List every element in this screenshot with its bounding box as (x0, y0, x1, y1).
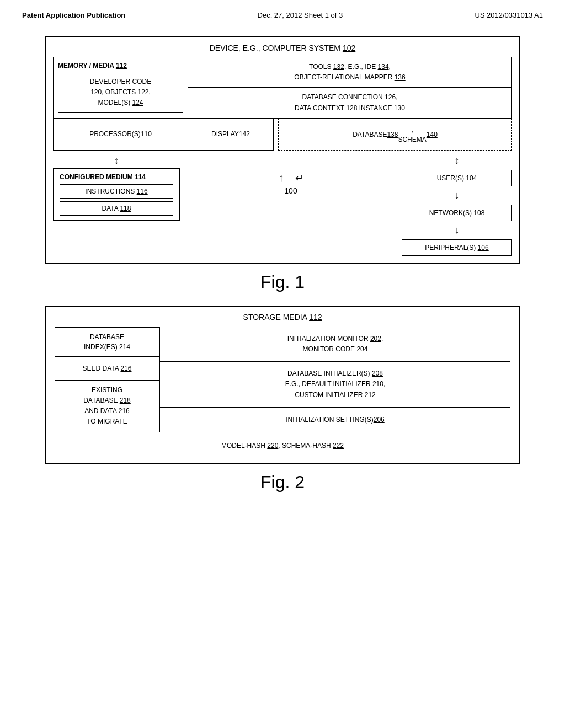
tools-box: TOOLS 132, E.G., IDE 134, OBJECT-RELATIO… (188, 57, 511, 88)
networks-box: NETWORK(S) 108 (402, 205, 512, 221)
memory-title: MEMORY / MEDIA 112 (58, 62, 183, 69)
center-arrows-area: ↑ ↵ 100 (188, 155, 393, 195)
arrow-up-1: ↑ (279, 172, 284, 184)
display-box: DISPLAY 142 (188, 119, 274, 151)
users-box: USER(S) 104 (402, 170, 512, 186)
fig2-label: Fig. 2 (45, 472, 520, 493)
tools-db-box: TOOLS 132, E.G., IDE 134, OBJECT-RELATIO… (188, 57, 512, 119)
init-monitor-box: INITIALIZATION MONITOR 202, MONITOR CODE… (160, 327, 510, 362)
objects-label: 120, OBJECTS 122, (63, 87, 178, 98)
arrow-peripheral: ↓ (402, 224, 512, 236)
developer-code-box: DEVELOPER CODE 120, OBJECTS 122, MODEL(S… (58, 73, 183, 113)
orm-label: OBJECT-RELATIONAL MAPPER 136 (294, 72, 405, 83)
developer-code-label: DEVELOPER CODE (63, 77, 178, 87)
fig2-right-col: INITIALIZATION MONITOR 202, MONITOR CODE… (159, 327, 510, 432)
seed-data-box: SEED DATA 216 (55, 360, 159, 377)
init-settings-box: INITIALIZATION SETTING(S) 206 (160, 408, 510, 432)
peripherals-box: PERIPHERAL(S) 106 (402, 239, 512, 256)
arrow-processor-configured: ↕ (53, 155, 180, 167)
page-wrapper: Patent Application Publication Dec. 27, … (22, 11, 543, 493)
fig1-bottom-area: ↕ CONFIGURED MEDIUM 114 INSTRUCTIONS 116… (53, 155, 512, 256)
fig1-middle-row: PROCESSOR(S) 110 DISPLAY 142 DATABASE 13… (53, 119, 512, 151)
arrow-network: ↓ (402, 190, 512, 201)
model-label: MODEL(S) 124 (63, 98, 178, 108)
fig2-main-content: DATABASEINDEX(ES) 214 SEED DATA 216 EXIS… (55, 327, 510, 432)
diagram-container: DEVICE, E.G., COMPUTER SYSTEM 102 MEMORY… (45, 36, 520, 493)
page-header: Patent Application Publication Dec. 27, … (22, 11, 543, 19)
fig1-title-ref: 102 (343, 44, 355, 52)
db-conn-label: DATABASE CONNECTION 126, (302, 92, 398, 103)
right-boxes-area: ↕ USER(S) 104 ↓ NETWORK(S) 108 ↓ PERIPHE… (402, 155, 512, 256)
configured-medium-box: CONFIGURED MEDIUM 114 INSTRUCTIONS 116 D… (53, 168, 180, 221)
db-initializer-box: DATABASE INITIALIZER(S) 208 E.G., DEFAUL… (160, 362, 510, 408)
header-date-sheet: Dec. 27, 2012 Sheet 1 of 3 (258, 11, 343, 19)
monitor-code-label: MONITOR CODE 204 (303, 344, 368, 355)
existing-db-box: EXISTINGDATABASE 218AND DATA 216TO MIGRA… (55, 380, 159, 432)
database-schema-box: DATABASE 138,SCHEMA 140 (278, 119, 512, 151)
instructions-box: INSTRUCTIONS 116 (60, 184, 173, 199)
processor-box: PROCESSOR(S) 110 (53, 119, 188, 151)
data-context-label: DATA CONTEXT 128 INSTANCE 130 (295, 103, 405, 114)
header-publication-label: Patent Application Publication (22, 11, 125, 19)
figure1-outer-box: DEVICE, E.G., COMPUTER SYSTEM 102 MEMORY… (45, 36, 520, 264)
memory-media-box: MEMORY / MEDIA 112 DEVELOPER CODE 120, O… (53, 57, 188, 119)
fig2-left-col: DATABASEINDEX(ES) 214 SEED DATA 216 EXIS… (55, 327, 159, 432)
configured-medium-area: ↕ CONFIGURED MEDIUM 114 INSTRUCTIONS 116… (53, 155, 180, 221)
model-hash-box: MODEL-HASH 220, SCHEMA-HASH 222 (55, 437, 510, 454)
default-initializer-label: E.G., DEFAULT INITIALIZER 210, (285, 379, 386, 389)
figure2-outer-box: STORAGE MEDIA 112 DATABASEINDEX(ES) 214 … (45, 306, 520, 464)
tools-label: TOOLS 132, E.G., IDE 134, (309, 62, 391, 72)
fig1-title: DEVICE, E.G., COMPUTER SYSTEM 102 (53, 44, 512, 52)
label-100: 100 (284, 186, 297, 195)
db-index-box: DATABASEINDEX(ES) 214 (55, 327, 159, 357)
fig1-top-area: MEMORY / MEDIA 112 DEVELOPER CODE 120, O… (53, 57, 512, 119)
configured-title: CONFIGURED MEDIUM 114 (60, 173, 173, 181)
arrow-up-2: ↵ (295, 172, 303, 184)
fig1-label: Fig. 1 (45, 272, 520, 292)
arrow-user: ↕ (402, 155, 512, 167)
db-initializer-label: DATABASE INITIALIZER(S) 208 (287, 368, 383, 379)
data-box: DATA 118 (60, 201, 173, 216)
init-monitor-label: INITIALIZATION MONITOR 202, (287, 334, 383, 344)
custom-initializer-label: CUSTOM INITIALIZER 212 (295, 390, 376, 400)
fig2-title: STORAGE MEDIA 112 (55, 313, 510, 322)
center-arrows: ↑ ↵ (279, 172, 303, 184)
db-conn-box: DATABASE CONNECTION 126, DATA CONTEXT 12… (188, 88, 511, 117)
header-patent-number: US 2012/0331013 A1 (475, 11, 543, 19)
